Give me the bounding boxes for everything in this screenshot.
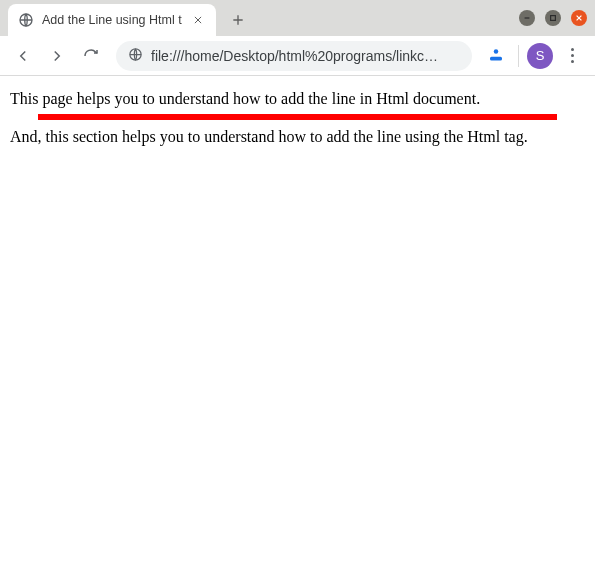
window-controls xyxy=(519,4,595,32)
back-button[interactable] xyxy=(8,41,38,71)
avatar-initial: S xyxy=(536,48,545,63)
new-tab-button[interactable] xyxy=(224,6,252,34)
file-icon xyxy=(128,47,143,65)
browser-tab[interactable]: Add the Line using Html t xyxy=(8,4,216,36)
extension-icon[interactable] xyxy=(482,42,510,70)
globe-icon xyxy=(18,12,34,28)
reload-button[interactable] xyxy=(76,41,106,71)
minimize-button[interactable] xyxy=(519,10,535,26)
page-content: This page helps you to understand how to… xyxy=(0,76,595,579)
address-bar[interactable]: file:///home/Desktop/html%20programs/lin… xyxy=(116,41,472,71)
tab-strip: Add the Line using Html t xyxy=(0,0,595,36)
svg-rect-5 xyxy=(490,56,502,60)
horizontal-rule xyxy=(38,114,557,120)
kebab-icon xyxy=(571,48,574,63)
paragraph-2: And, this section helps you to understan… xyxy=(10,128,585,146)
maximize-button[interactable] xyxy=(545,10,561,26)
close-icon[interactable] xyxy=(190,12,206,28)
browser-toolbar: file:///home/Desktop/html%20programs/lin… xyxy=(0,36,595,76)
forward-button[interactable] xyxy=(42,41,72,71)
paragraph-1: This page helps you to understand how to… xyxy=(10,90,585,108)
menu-button[interactable] xyxy=(557,41,587,71)
url-text: file:///home/Desktop/html%20programs/lin… xyxy=(151,48,460,64)
profile-avatar[interactable]: S xyxy=(527,43,553,69)
svg-rect-2 xyxy=(551,16,556,21)
window-close-button[interactable] xyxy=(571,10,587,26)
toolbar-divider xyxy=(518,45,519,67)
tab-title: Add the Line using Html t xyxy=(42,13,182,27)
svg-point-4 xyxy=(494,49,499,54)
